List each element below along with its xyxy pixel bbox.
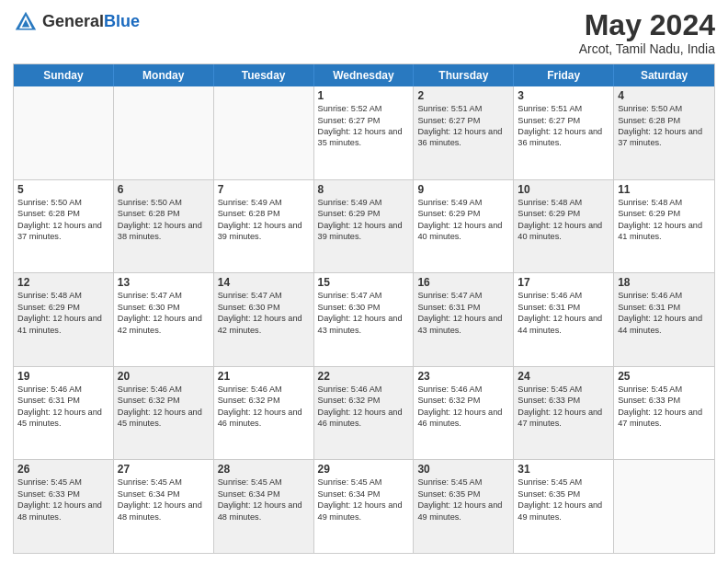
sunrise-text: Sunrise: 5:45 AM — [318, 477, 410, 488]
daylight-text: Daylight: 12 hours and 49 minutes. — [518, 500, 609, 523]
sunset-text: Sunset: 6:33 PM — [17, 488, 109, 500]
calendar-cell: 3Sunrise: 5:51 AMSunset: 6:27 PMDaylight… — [514, 86, 614, 179]
sunrise-text: Sunrise: 5:46 AM — [218, 384, 310, 395]
sunrise-text: Sunrise: 5:47 AM — [417, 290, 509, 301]
sunset-text: Sunset: 6:29 PM — [17, 302, 109, 313]
calendar-cell: 15Sunrise: 5:47 AMSunset: 6:30 PMDayligh… — [314, 273, 415, 366]
day-number: 17 — [518, 276, 609, 289]
sunset-text: Sunset: 6:29 PM — [318, 208, 410, 219]
daylight-text: Daylight: 12 hours and 44 minutes. — [518, 313, 609, 336]
daylight-text: Daylight: 12 hours and 36 minutes. — [417, 126, 509, 149]
logo: GeneralBlue — [13, 9, 140, 35]
calendar-header: SundayMondayTuesdayWednesdayThursdayFrid… — [14, 64, 714, 86]
sunrise-text: Sunrise: 5:51 AM — [417, 103, 509, 114]
daylight-text: Daylight: 12 hours and 42 minutes. — [218, 313, 310, 336]
calendar-cell: 18Sunrise: 5:46 AMSunset: 6:31 PMDayligh… — [614, 273, 714, 366]
day-number: 30 — [417, 463, 509, 476]
sunset-text: Sunset: 6:34 PM — [218, 488, 310, 500]
sunset-text: Sunset: 6:28 PM — [118, 208, 210, 219]
sunrise-text: Sunrise: 5:50 AM — [618, 103, 711, 114]
sunrise-text: Sunrise: 5:48 AM — [17, 290, 109, 301]
logo-icon — [13, 9, 39, 35]
sunset-text: Sunset: 6:35 PM — [417, 488, 509, 500]
title-block: May 2024 Arcot, Tamil Nadu, India — [579, 9, 715, 56]
day-number: 20 — [118, 370, 210, 383]
calendar-cell: 31Sunrise: 5:45 AMSunset: 6:35 PMDayligh… — [514, 460, 614, 553]
calendar-cell: 25Sunrise: 5:45 AMSunset: 6:33 PMDayligh… — [614, 367, 714, 460]
calendar-cell: 23Sunrise: 5:46 AMSunset: 6:32 PMDayligh… — [414, 367, 514, 460]
sunset-text: Sunset: 6:31 PM — [17, 395, 109, 406]
calendar-cell — [214, 86, 314, 179]
day-number: 29 — [318, 463, 410, 476]
sunset-text: Sunset: 6:33 PM — [518, 395, 609, 406]
logo-text: GeneralBlue — [42, 13, 140, 31]
daylight-text: Daylight: 12 hours and 42 minutes. — [118, 313, 210, 336]
calendar-cell: 2Sunrise: 5:51 AMSunset: 6:27 PMDaylight… — [414, 86, 514, 179]
calendar-cell: 26Sunrise: 5:45 AMSunset: 6:33 PMDayligh… — [14, 460, 114, 553]
sunrise-text: Sunrise: 5:47 AM — [218, 290, 310, 301]
sunrise-text: Sunrise: 5:48 AM — [618, 197, 711, 208]
daylight-text: Daylight: 12 hours and 46 minutes. — [318, 407, 410, 430]
daylight-text: Daylight: 12 hours and 49 minutes. — [318, 500, 410, 523]
sunset-text: Sunset: 6:34 PM — [318, 488, 410, 500]
calendar-cell: 17Sunrise: 5:46 AMSunset: 6:31 PMDayligh… — [514, 273, 614, 366]
day-number: 19 — [17, 370, 109, 383]
day-number: 4 — [618, 89, 711, 102]
logo-general: General — [42, 12, 104, 30]
calendar-cell: 6Sunrise: 5:50 AMSunset: 6:28 PMDaylight… — [114, 180, 214, 273]
calendar-cell: 22Sunrise: 5:46 AMSunset: 6:32 PMDayligh… — [314, 367, 415, 460]
sunrise-text: Sunrise: 5:47 AM — [118, 290, 210, 301]
sunset-text: Sunset: 6:27 PM — [518, 115, 609, 126]
page: GeneralBlue May 2024 Arcot, Tamil Nadu, … — [0, 0, 728, 563]
sunset-text: Sunset: 6:29 PM — [417, 208, 509, 219]
calendar-cell: 28Sunrise: 5:45 AMSunset: 6:34 PMDayligh… — [214, 460, 314, 553]
sunset-text: Sunset: 6:27 PM — [318, 115, 410, 126]
daylight-text: Daylight: 12 hours and 41 minutes. — [17, 313, 109, 336]
sunset-text: Sunset: 6:31 PM — [518, 302, 609, 313]
sunrise-text: Sunrise: 5:45 AM — [17, 477, 109, 488]
day-number: 28 — [218, 463, 310, 476]
calendar-cell: 27Sunrise: 5:45 AMSunset: 6:34 PMDayligh… — [114, 460, 214, 553]
sunrise-text: Sunrise: 5:46 AM — [118, 384, 210, 395]
calendar-cell: 24Sunrise: 5:45 AMSunset: 6:33 PMDayligh… — [514, 367, 614, 460]
sunrise-text: Sunrise: 5:45 AM — [118, 477, 210, 488]
calendar-body: 1Sunrise: 5:52 AMSunset: 6:27 PMDaylight… — [14, 86, 714, 553]
day-number: 25 — [618, 370, 711, 383]
daylight-text: Daylight: 12 hours and 43 minutes. — [318, 313, 410, 336]
day-number: 21 — [218, 370, 310, 383]
daylight-text: Daylight: 12 hours and 48 minutes. — [118, 500, 210, 523]
weekday-header: Monday — [114, 64, 214, 86]
calendar-cell: 1Sunrise: 5:52 AMSunset: 6:27 PMDaylight… — [314, 86, 415, 179]
sunrise-text: Sunrise: 5:45 AM — [218, 477, 310, 488]
calendar-cell: 16Sunrise: 5:47 AMSunset: 6:31 PMDayligh… — [414, 273, 514, 366]
daylight-text: Daylight: 12 hours and 39 minutes. — [218, 220, 310, 243]
daylight-text: Daylight: 12 hours and 46 minutes. — [218, 407, 310, 430]
day-number: 24 — [518, 370, 609, 383]
sunrise-text: Sunrise: 5:45 AM — [417, 477, 509, 488]
day-number: 16 — [417, 276, 509, 289]
daylight-text: Daylight: 12 hours and 43 minutes. — [417, 313, 509, 336]
day-number: 27 — [118, 463, 210, 476]
sunset-text: Sunset: 6:35 PM — [518, 488, 609, 500]
day-number: 10 — [518, 183, 609, 196]
month-title: May 2024 — [579, 9, 715, 41]
calendar-cell: 12Sunrise: 5:48 AMSunset: 6:29 PMDayligh… — [14, 273, 114, 366]
calendar-row: 5Sunrise: 5:50 AMSunset: 6:28 PMDaylight… — [14, 179, 714, 273]
sunset-text: Sunset: 6:32 PM — [318, 395, 410, 406]
daylight-text: Daylight: 12 hours and 49 minutes. — [417, 500, 509, 523]
sunset-text: Sunset: 6:33 PM — [618, 395, 711, 406]
day-number: 14 — [218, 276, 310, 289]
day-number: 9 — [417, 183, 509, 196]
daylight-text: Daylight: 12 hours and 45 minutes. — [17, 407, 109, 430]
sunset-text: Sunset: 6:28 PM — [218, 208, 310, 219]
sunrise-text: Sunrise: 5:45 AM — [618, 384, 711, 395]
weekday-header: Saturday — [614, 64, 714, 86]
day-number: 23 — [417, 370, 509, 383]
day-number: 12 — [17, 276, 109, 289]
weekday-header: Sunday — [14, 64, 114, 86]
calendar-cell: 5Sunrise: 5:50 AMSunset: 6:28 PMDaylight… — [14, 180, 114, 273]
calendar-cell — [14, 86, 114, 179]
day-number: 6 — [118, 183, 210, 196]
sunset-text: Sunset: 6:28 PM — [17, 208, 109, 219]
day-number: 18 — [618, 276, 711, 289]
